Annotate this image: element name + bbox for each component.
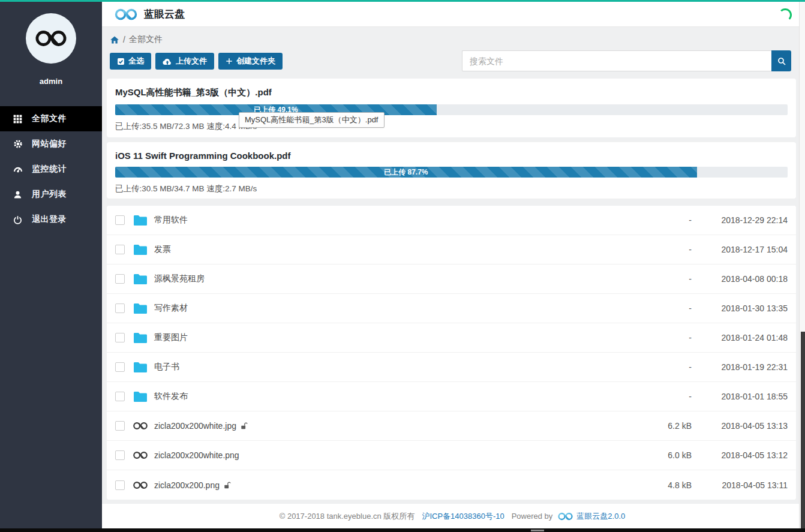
- home-icon[interactable]: [110, 35, 119, 44]
- row-checkbox[interactable]: [115, 215, 125, 225]
- window-bottom-bar: [0, 528, 805, 532]
- vertical-scrollbar-thumb[interactable]: [801, 332, 805, 528]
- sidebar-item-label: 全部文件: [32, 113, 67, 124]
- image-file-icon: [133, 450, 148, 460]
- header: 蓝眼云盘: [102, 2, 799, 27]
- file-name[interactable]: zicla200x200white.jpg: [154, 421, 236, 431]
- sidebar-item-site-preferences[interactable]: 网站偏好: [0, 131, 102, 157]
- file-row[interactable]: zicla200x200.png 4.8 kB 2018-04-05 13:11: [107, 470, 796, 500]
- loading-spinner-icon: [779, 8, 792, 22]
- icp-link[interactable]: 沪ICP备14038360号-10: [422, 511, 504, 522]
- brand[interactable]: 蓝眼云盘: [114, 7, 185, 22]
- product-version-link[interactable]: 蓝眼云盘2.0.0: [576, 511, 625, 522]
- row-checkbox[interactable]: [115, 450, 125, 460]
- file-name[interactable]: zicla200x200.png: [154, 480, 220, 490]
- breadcrumb-current[interactable]: 全部文件: [129, 34, 163, 45]
- file-row[interactable]: 软件发布 - 2018-01-01 18:55: [107, 382, 796, 411]
- file-size: -: [638, 245, 692, 254]
- check-square-icon: [117, 58, 125, 65]
- file-name[interactable]: 软件发布: [154, 391, 188, 402]
- file-size: -: [638, 303, 692, 313]
- file-row[interactable]: zicla200x200white.jpg 6.2 kB 2018-04-05 …: [107, 411, 796, 441]
- upload-card: iOS 11 Swift Programming Cookbook.pdf 已上…: [107, 142, 796, 199]
- horizontal-scrollbar-thumb[interactable]: [531, 530, 544, 531]
- file-name[interactable]: 源枫景苑租房: [154, 273, 205, 284]
- sidebar-item-label: 用户列表: [32, 189, 67, 200]
- upload-info: 已上传:35.5 MB/72.3 MB 速度:4.4 MB/s: [115, 121, 788, 132]
- upload-filename: MySQL高性能书籍_第3版（中文）.pdf: [115, 87, 788, 98]
- search-button[interactable]: [771, 50, 791, 71]
- sidebar-item-label: 网站偏好: [32, 139, 67, 149]
- file-row[interactable]: zicla200x200white.png 6.0 kB 2018-04-05 …: [107, 441, 796, 470]
- file-name[interactable]: 电子书: [154, 362, 179, 372]
- file-date: 2018-04-08 00:18: [692, 274, 788, 284]
- cloud-upload-icon: [163, 58, 172, 65]
- sidebar-item-label: 退出登录: [32, 214, 67, 225]
- folder-icon: [133, 332, 148, 344]
- vertical-scrollbar[interactable]: [799, 2, 805, 528]
- unlock-icon[interactable]: [241, 422, 248, 430]
- sidebar-item-all-files[interactable]: 全部文件: [0, 106, 102, 131]
- powered-by-text: Powered by: [512, 512, 553, 521]
- app-window: admin 全部文件 网站偏好 监控统计: [0, 0, 805, 532]
- upload-file-button[interactable]: 上传文件: [155, 53, 214, 70]
- app-title: 蓝眼云盘: [144, 7, 185, 21]
- folder-icon: [133, 391, 148, 402]
- file-row[interactable]: 发票 - 2018-12-17 15:04: [107, 235, 796, 265]
- brand-logo-icon: [114, 7, 138, 22]
- file-name[interactable]: zicla200x200white.png: [154, 450, 239, 460]
- file-name[interactable]: 常用软件: [154, 215, 188, 226]
- sidebar-item-label: 监控统计: [32, 164, 67, 175]
- user-icon: [13, 190, 23, 200]
- file-name[interactable]: 写作素材: [154, 303, 188, 314]
- upload-filename: iOS 11 Swift Programming Cookbook.pdf: [115, 151, 788, 161]
- unlock-icon[interactable]: [224, 481, 232, 489]
- folder-icon: [133, 215, 148, 226]
- file-name[interactable]: 重要图片: [154, 332, 188, 343]
- select-all-button[interactable]: 全选: [110, 53, 151, 70]
- row-checkbox[interactable]: [115, 392, 125, 401]
- file-size: 4.8 kB: [638, 480, 692, 490]
- brand-infinity-icon: [34, 28, 68, 49]
- upload-card: MySQL高性能书籍_第3版（中文）.pdf 已上传 49.1% 已上传:35.…: [107, 79, 796, 137]
- sidebar: admin 全部文件 网站偏好 监控统计: [0, 2, 102, 528]
- filename-tooltip: MySQL高性能书籍_第3版（中文）.pdf: [239, 112, 385, 128]
- folder-icon: [133, 303, 148, 314]
- file-row[interactable]: 电子书 - 2018-01-19 22:31: [107, 353, 796, 382]
- image-file-icon: [133, 421, 148, 431]
- file-size: 6.2 kB: [638, 421, 692, 431]
- copyright-text: © 2017-2018 tank.eyeblue.cn 版权所有: [280, 511, 415, 522]
- file-row[interactable]: 写作素材 - 2018-01-30 13:35: [107, 294, 796, 323]
- sidebar-item-monitoring[interactable]: 监控统计: [0, 157, 102, 182]
- row-checkbox[interactable]: [115, 274, 125, 284]
- progress-bar: 已上传 87.7%: [115, 167, 788, 178]
- file-date: 2018-01-01 18:55: [692, 392, 788, 401]
- select-all-label: 全选: [128, 56, 144, 67]
- row-checkbox[interactable]: [115, 303, 125, 313]
- gauge-icon: [13, 164, 23, 175]
- avatar[interactable]: [26, 13, 76, 64]
- file-row[interactable]: 重要图片 - 2018-01-24 01:48: [107, 323, 796, 353]
- row-checkbox[interactable]: [115, 333, 125, 342]
- sidebar-item-user-list[interactable]: 用户列表: [0, 182, 102, 207]
- plus-icon: [226, 58, 233, 65]
- file-name[interactable]: 发票: [154, 244, 171, 255]
- folder-icon: [133, 362, 148, 373]
- image-file-icon: [133, 480, 148, 490]
- row-checkbox[interactable]: [115, 362, 125, 372]
- top-accent-bar: [0, 0, 805, 2]
- sidebar-item-logout[interactable]: 退出登录: [0, 207, 102, 232]
- file-date: 2018-12-29 22:14: [692, 215, 788, 225]
- row-checkbox[interactable]: [115, 245, 125, 254]
- search-input[interactable]: [462, 50, 771, 71]
- upload-info: 已上传:30.5 MB/34.7 MB 速度:2.7 MB/s: [115, 184, 788, 194]
- file-date: 2018-01-30 13:35: [692, 303, 788, 313]
- file-row[interactable]: 源枫景苑租房 - 2018-04-08 00:18: [107, 265, 796, 294]
- file-size: -: [638, 333, 692, 342]
- file-date: 2018-01-24 01:48: [692, 333, 788, 342]
- create-folder-button[interactable]: 创建文件夹: [218, 53, 283, 70]
- row-checkbox[interactable]: [115, 421, 125, 431]
- progress-bar: 已上传 49.1%: [115, 104, 788, 115]
- row-checkbox[interactable]: [115, 480, 125, 490]
- file-row[interactable]: 常用软件 - 2018-12-29 22:14: [107, 206, 796, 235]
